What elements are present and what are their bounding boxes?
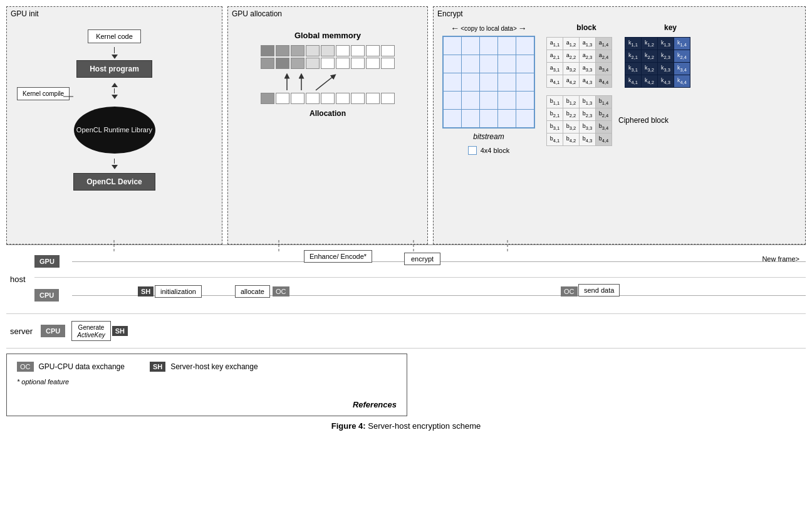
grid-cell xyxy=(462,37,479,55)
grid-cell xyxy=(480,110,497,127)
grid-cell xyxy=(444,55,461,73)
sh-legend-desc: Server-host key exchange xyxy=(170,362,258,371)
new-frame-label: New frame> xyxy=(762,255,799,263)
b-cell: b4,1 xyxy=(547,134,563,146)
legend-block-cell xyxy=(468,146,477,155)
gpu-init-content: Kernel code Host program OpenCL Runtime … xyxy=(12,12,217,191)
k-cell: k4,2 xyxy=(642,75,658,88)
grid-cell xyxy=(462,73,479,91)
b-cell: b4,4 xyxy=(596,134,612,146)
host-label: host xyxy=(6,245,34,313)
mem-cell xyxy=(351,45,365,56)
memory-row-bottom xyxy=(261,93,395,104)
a-cell: a1,3 xyxy=(580,38,596,50)
matrices-area: block key a1,1 a1,2 a1,3 a1,4 xyxy=(546,23,704,146)
a-cell: a1,2 xyxy=(563,38,580,50)
k-cell: k3,3 xyxy=(658,63,674,75)
mem-cell xyxy=(381,93,395,104)
grid-cell xyxy=(498,110,516,127)
b-cell: b2,4 xyxy=(596,108,612,121)
svg-line-3 xyxy=(316,76,334,90)
encrypt-box: Encrypt ← <copy to local data> → xyxy=(433,6,806,244)
opencl-runtime-label: OpenCL Runtime Library xyxy=(76,125,152,134)
figure-caption: Figure 4: Server-host encryption scheme xyxy=(6,421,806,431)
grid-cell xyxy=(516,55,534,73)
cpu-row: CPU SH initialization allocate OC OC se xyxy=(34,278,806,312)
mem-cell xyxy=(366,45,380,56)
double-arrow xyxy=(112,81,118,100)
grid-cell xyxy=(498,92,516,109)
kernel-compile-arrow xyxy=(17,87,73,106)
mem-cell xyxy=(306,45,320,56)
cpu-label-box: CPU xyxy=(34,289,59,302)
k-cell: k3,4 xyxy=(674,63,690,75)
oc-box-1: OC xyxy=(273,286,289,296)
a-cell: a1,1 xyxy=(547,38,563,50)
sh-legend-icon: SH xyxy=(150,362,165,372)
grid-cell xyxy=(444,73,461,91)
arrow-up-1 xyxy=(112,83,118,87)
memory-row-2 xyxy=(261,58,395,69)
copy-label: <copy to local data> xyxy=(461,25,517,32)
grid-cell xyxy=(498,37,516,55)
sh-box-server: SH xyxy=(112,326,128,336)
kernel-code-box: Kernel code xyxy=(88,29,141,43)
a-cell: a4,4 xyxy=(596,75,612,88)
mem-cell xyxy=(276,93,289,104)
mem-cell xyxy=(261,93,274,104)
mem-cell xyxy=(321,45,335,56)
oc-legend-icon: OC xyxy=(17,362,34,372)
grid-cell xyxy=(516,37,534,55)
mem-cell xyxy=(276,45,289,56)
grid-cell xyxy=(498,73,516,91)
b-cell: b2,2 xyxy=(563,108,580,121)
a-cell: a4,1 xyxy=(547,75,563,88)
memory-grid xyxy=(261,45,395,69)
k-cell: k3,2 xyxy=(642,63,658,75)
b-cell: b1,4 xyxy=(596,96,612,108)
k-cell: k1,2 xyxy=(642,38,658,50)
a-cell: a4,2 xyxy=(563,75,580,88)
bitstream-label: bitstream xyxy=(473,132,504,141)
grid-cell xyxy=(444,92,461,109)
top-matrices: a1,1 a1,2 a1,3 a1,4 a2,1 a2,2 a2,3 a2,4 xyxy=(546,37,690,88)
grid-cell xyxy=(444,37,461,55)
server-cpu-label: CPU xyxy=(41,325,65,337)
server-label: server xyxy=(6,322,41,341)
allocation-label: Allocation xyxy=(310,109,346,118)
encrypt-content: ← <copy to local data> → xyxy=(439,12,800,155)
b-matrix: b1,1 b1,2 b1,3 b1,4 b2,1 b2,2 b2,3 b2,4 xyxy=(546,95,612,146)
b-cell: b4,2 xyxy=(563,134,580,146)
k-cell: k4,1 xyxy=(625,75,642,88)
host-rows: GPU Enhance/ Encode* encrypt New frame> … xyxy=(34,245,806,313)
b-matrix-row: b1,1 b1,2 b1,3 b1,4 b2,1 b2,2 b2,3 b2,4 xyxy=(546,95,669,146)
gpu-alloc-label: GPU allocation xyxy=(232,9,282,18)
figure-caption-desc: Server-host encryption scheme xyxy=(368,421,481,431)
grid-cell xyxy=(480,92,497,109)
mem-cell xyxy=(306,93,320,104)
k-cell: k1,1 xyxy=(625,38,642,50)
mem-cell xyxy=(381,45,395,56)
oc-legend-item: OC GPU-CPU data exchange xyxy=(17,362,125,372)
mem-cell xyxy=(321,93,335,104)
mem-cell xyxy=(276,58,289,69)
mem-cell xyxy=(366,58,380,69)
b-cell: b4,3 xyxy=(580,134,596,146)
figure-caption-text: Figure 4: xyxy=(331,421,366,431)
a-cell: a1,4 xyxy=(596,38,612,50)
a-cell: a4,3 xyxy=(580,75,596,88)
opencl-device-box: OpenCL Device xyxy=(73,173,155,191)
b-cell: b2,3 xyxy=(580,108,596,121)
mem-cell xyxy=(291,58,304,69)
opencl-runtime-ellipse: OpenCL Runtime Library xyxy=(74,107,155,154)
grid-cell xyxy=(516,73,534,91)
b-cell: b3,1 xyxy=(547,121,563,134)
a-cell: a3,4 xyxy=(596,63,612,75)
host-program-box: Host program xyxy=(76,60,152,78)
legend-items: OC GPU-CPU data exchange SH Server-host … xyxy=(17,362,397,372)
a-cell: a2,2 xyxy=(563,50,580,63)
encrypt-tl-box: encrypt xyxy=(404,253,440,265)
k-cell: k4,4 xyxy=(674,75,690,88)
grid-cell xyxy=(516,110,534,127)
grid-cell xyxy=(480,55,497,73)
